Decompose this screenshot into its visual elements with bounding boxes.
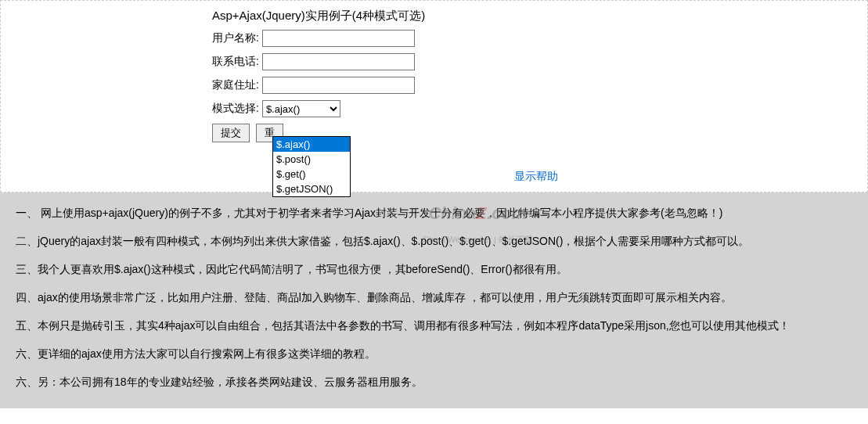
help-item-7: 六、另：本公司拥有18年的专业建站经验，承接各类网站建设、云服务器租用服务。 xyxy=(16,371,852,393)
mode-label: 模式选择: xyxy=(212,102,259,116)
help-section: ChinaZ.com China Webmaster | 站长下载 一、 网上使… xyxy=(0,192,868,408)
form-content: Asp+Ajax(Jquery)实用例子(4种模式可选) 用户名称: 联系电话:… xyxy=(212,9,859,184)
dropdown-option-getjson[interactable]: $.getJSON() xyxy=(273,181,350,196)
help-item-2: 二、jQuery的ajax封装一般有四种模式，本例均列出来供大家借鉴，包括$.a… xyxy=(16,230,852,252)
help-item-6: 六、更详细的ajax使用方法大家可以自行搜索网上有很多这类详细的教程。 xyxy=(16,343,852,365)
username-row: 用户名称: xyxy=(212,30,859,47)
mode-row: 模式选择: $.ajax() xyxy=(212,100,859,117)
form-title: Asp+Ajax(Jquery)实用例子(4种模式可选) xyxy=(212,9,859,23)
username-input[interactable] xyxy=(262,30,415,47)
phone-row: 联系电话: xyxy=(212,53,859,70)
address-input[interactable] xyxy=(262,77,415,94)
username-label: 用户名称: xyxy=(212,31,259,45)
submit-button[interactable]: 提交 xyxy=(212,124,250,142)
help-item-4: 四、ajax的使用场景非常广泛，比如用户注册、登陆、商品l加入购物车、删除商品、… xyxy=(16,286,852,308)
address-row: 家庭住址: xyxy=(212,77,859,94)
mode-select[interactable]: $.ajax() xyxy=(262,100,340,117)
help-item-1: 一、 网上使用asp+ajax(jQuery)的例子不多，尤其对于初学者来者学习… xyxy=(16,202,852,224)
dropdown-list: $.ajax() $.post() $.get() $.getJSON() xyxy=(272,136,351,197)
help-item-5: 五、本例只是抛砖引玉，其实4种ajax可以自由组合，包括其语法中各参数的书写、调… xyxy=(16,314,852,336)
phone-input[interactable] xyxy=(262,53,415,70)
dropdown-option-post[interactable]: $.post() xyxy=(273,152,350,167)
help-link[interactable]: 显示帮助 xyxy=(514,170,558,182)
help-item-3: 三、我个人更喜欢用$.ajax()这种模式，因此它代码简洁明了，书写也很方便 ，… xyxy=(16,258,852,280)
form-section: Asp+Ajax(Jquery)实用例子(4种模式可选) 用户名称: 联系电话:… xyxy=(0,0,868,192)
dropdown-option-ajax[interactable]: $.ajax() xyxy=(273,137,350,152)
dropdown-option-get[interactable]: $.get() xyxy=(273,167,350,181)
phone-label: 联系电话: xyxy=(212,55,259,69)
address-label: 家庭住址: xyxy=(212,78,259,92)
